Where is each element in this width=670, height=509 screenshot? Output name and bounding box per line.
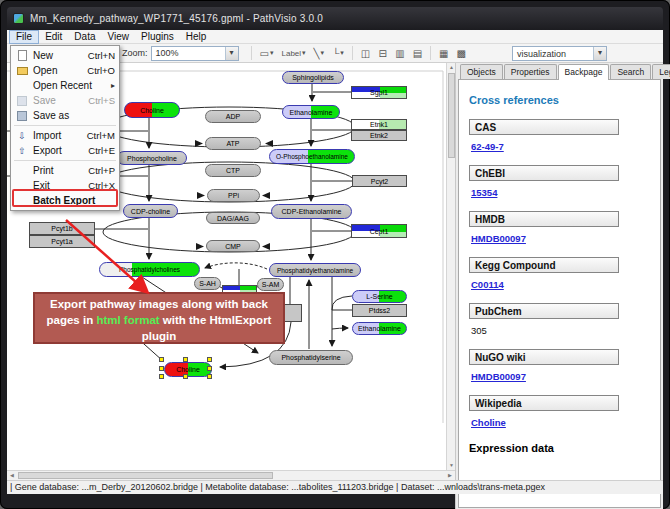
- scroll-up-icon[interactable]: ▲: [447, 63, 456, 72]
- link-hmdb[interactable]: HMDB00097: [471, 233, 526, 244]
- app-icon: [13, 13, 24, 24]
- metabolite-node-phosphatidylethanolamine[interactable]: Phosphatidylethanolamine: [269, 263, 361, 277]
- metabolite-node-sam[interactable]: S-AM: [257, 278, 284, 291]
- side-panel-tabs: Objects Properties Backpage Search Legen…: [456, 64, 663, 80]
- link-nugo[interactable]: HMDB00097: [471, 371, 526, 382]
- metabolite-node-ethanolamine[interactable]: Ethanolamine: [282, 105, 340, 119]
- menu-item-import[interactable]: ⇩ Import Ctrl+M: [11, 128, 119, 143]
- title-bar[interactable]: Mm_Kennedy_pathway_WP1771_45176.gpml - P…: [7, 7, 663, 30]
- gene-node-cept1[interactable]: Cept1: [351, 224, 407, 238]
- metabolite-node-cdp-choline[interactable]: CDP-choline: [123, 204, 178, 218]
- link-kegg[interactable]: C00114: [471, 279, 504, 290]
- menu-item-save-as[interactable]: Save as: [11, 108, 119, 123]
- menu-item-save[interactable]: Save Ctrl+S: [11, 93, 119, 108]
- stack-button[interactable]: ▦: [436, 46, 451, 61]
- metabolite-node-cmp[interactable]: CMP: [206, 240, 260, 252]
- align-center-button[interactable]: ◫: [358, 46, 373, 61]
- chevron-down-icon: ▾: [270, 49, 274, 57]
- selection-handle[interactable]: [183, 357, 188, 362]
- menu-item-export[interactable]: ⇧ Export Ctrl+E: [11, 143, 119, 158]
- distribute-horizontal-button[interactable]: ▥: [392, 46, 407, 61]
- selection-handle[interactable]: [207, 357, 212, 362]
- menu-view[interactable]: View: [101, 30, 135, 44]
- menu-file[interactable]: File: [9, 30, 39, 44]
- menu-item-print[interactable]: Print Ctrl+P: [11, 163, 119, 178]
- gene-node-pcyt1a[interactable]: Pcyt1a: [29, 235, 95, 248]
- selection-handle[interactable]: [183, 374, 188, 379]
- gene-node-etnk2[interactable]: Etnk2: [351, 130, 407, 141]
- line-tool-button[interactable]: ╲▾: [311, 46, 328, 61]
- menu-help[interactable]: Help: [180, 30, 213, 44]
- tab-properties[interactable]: Properties: [504, 64, 557, 79]
- metabolite-node-phosphatidylcholines[interactable]: Phosphatidylcholines: [99, 262, 200, 277]
- metabolite-node-choline[interactable]: Choline: [124, 102, 180, 118]
- align-middle-button[interactable]: ⊟: [375, 46, 390, 61]
- metabolite-node-o-phosphoethanolamine[interactable]: O-Phosphoethanolamine: [269, 149, 355, 164]
- catalysis-ellipses: [103, 107, 355, 252]
- metabolite-node-sah[interactable]: S-AH: [194, 277, 221, 290]
- gene-tool-button[interactable]: ▭▾: [257, 46, 277, 61]
- selection-handle[interactable]: [159, 366, 164, 371]
- link-wikipedia[interactable]: Choline: [471, 417, 506, 428]
- metabolite-node-choline-selected[interactable]: Choline: [164, 362, 212, 377]
- gene-node-sgpl1[interactable]: Sgpl1: [351, 86, 407, 99]
- metabolite-node-ctp[interactable]: CTP: [205, 164, 261, 177]
- metabolite-node-l-serine[interactable]: L-Serine: [352, 290, 407, 303]
- selection-handle[interactable]: [207, 374, 212, 379]
- import-icon: ⇩: [14, 130, 30, 141]
- metabolite-node-cdp-ethanolamine[interactable]: CDP-Ethanolamine: [271, 204, 352, 219]
- metabolite-node-adp[interactable]: ADP: [205, 110, 261, 123]
- tab-backpage[interactable]: Backpage: [558, 64, 610, 80]
- selection-handle[interactable]: [159, 374, 164, 379]
- side-panel: Objects Properties Backpage Search Legen…: [455, 63, 663, 509]
- distribute-vertical-button[interactable]: ▤: [410, 46, 425, 61]
- metabolite-node-phosphocholine[interactable]: Phosphocholine: [117, 151, 187, 165]
- scrollbar-thumb[interactable]: [448, 73, 455, 158]
- selection-handle[interactable]: [207, 366, 212, 371]
- metabolite-node-dag-aag[interactable]: DAG/AAG: [206, 212, 260, 224]
- chevron-down-icon[interactable]: ▾: [225, 47, 238, 60]
- scroll-right-icon[interactable]: ▶: [445, 471, 455, 480]
- connector-tool-button[interactable]: └▾: [329, 46, 347, 61]
- value-pubchem: 305: [471, 325, 487, 336]
- menu-data[interactable]: Data: [68, 30, 101, 44]
- menu-plugins[interactable]: Plugins: [135, 30, 180, 44]
- canvas-horizontal-scrollbar[interactable]: ◀ ▶: [7, 470, 455, 480]
- scroll-left-icon[interactable]: ◀: [7, 471, 17, 480]
- zoom-value: 100%: [156, 48, 179, 58]
- metabolite-node-sphingolipids[interactable]: Sphingolipids: [282, 71, 344, 84]
- label-tool-button[interactable]: Label▾: [278, 46, 308, 61]
- link-cas[interactable]: 62-49-7: [471, 141, 504, 152]
- chevron-down-icon[interactable]: ▾: [593, 47, 606, 60]
- file-menu-dropdown: New Ctrl+N Open Ctrl+O Open Recent ▸ Sav…: [10, 45, 120, 211]
- zoom-combobox[interactable]: 100% ▾: [151, 46, 239, 61]
- connector-tool-icon: └: [332, 48, 339, 59]
- tab-objects[interactable]: Objects: [460, 64, 503, 79]
- zoom-label: Zoom:: [122, 48, 148, 58]
- menu-item-open[interactable]: Open Ctrl+O: [11, 63, 119, 78]
- gene-node-pcyt1b[interactable]: Pcyt1b: [29, 222, 95, 235]
- scroll-down-icon[interactable]: ▼: [447, 461, 456, 470]
- selection-handle[interactable]: [159, 357, 164, 362]
- print-button[interactable]: ▩: [454, 46, 469, 61]
- gene-node-icon: ▭: [260, 48, 269, 59]
- scrollbar-thumb[interactable]: [18, 472, 273, 479]
- link-chebi[interactable]: 15354: [471, 187, 497, 198]
- metabolite-node-phosphatidylserine[interactable]: Phosphatidylserine: [269, 350, 353, 365]
- menu-item-new[interactable]: New Ctrl+N: [11, 48, 119, 63]
- menu-item-exit[interactable]: Exit Ctrl+X: [11, 178, 119, 193]
- visualization-combobox[interactable]: visualization ▾: [512, 46, 607, 61]
- menu-item-open-recent[interactable]: Open Recent ▸: [11, 78, 119, 93]
- menu-item-batch-export[interactable]: Batch Export: [11, 193, 119, 208]
- tab-search[interactable]: Search: [610, 64, 651, 79]
- gene-node-ptdss2[interactable]: Ptdss2: [352, 304, 407, 317]
- metabolite-node-atp[interactable]: ATP: [205, 137, 261, 150]
- metabolite-node-ethanolamine-bottom[interactable]: Ethanolamine: [352, 322, 407, 335]
- canvas-vertical-scrollbar[interactable]: ▲ ▼: [446, 63, 455, 470]
- annotation-highlight-text: html format: [96, 314, 159, 326]
- gene-node-pcyt2[interactable]: Pcyt2: [352, 175, 407, 187]
- gene-node-etnk1[interactable]: Etnk1: [351, 119, 407, 130]
- metabolite-node-ppi[interactable]: PPi: [207, 189, 260, 202]
- menu-edit[interactable]: Edit: [39, 30, 68, 44]
- tab-legend[interactable]: Legend: [652, 64, 670, 79]
